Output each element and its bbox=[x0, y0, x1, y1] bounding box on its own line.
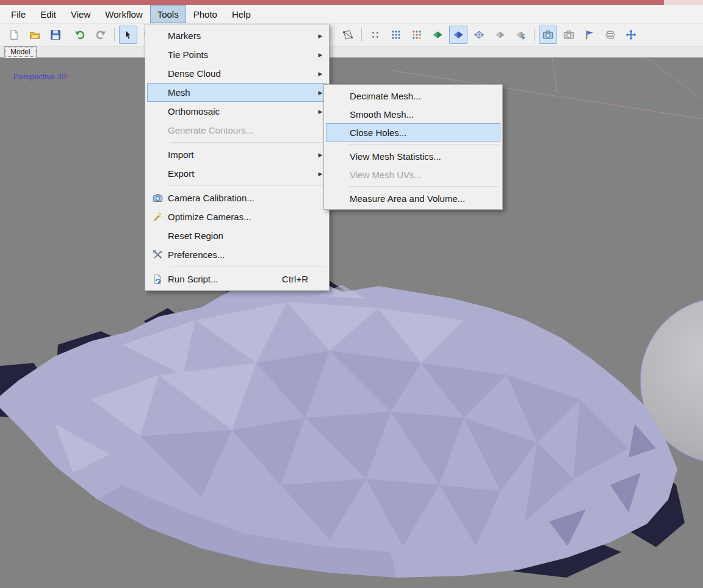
redo-icon bbox=[95, 29, 106, 40]
menu-item-preferences[interactable]: Preferences... bbox=[147, 245, 327, 264]
menubar-item-photo[interactable]: Photo bbox=[186, 5, 225, 23]
menu-item-label: Markers bbox=[168, 30, 314, 41]
resize-region-icon bbox=[342, 29, 353, 40]
save-project-button[interactable] bbox=[46, 26, 65, 44]
menu-item-tie-points[interactable]: Tie Points▶ bbox=[147, 45, 327, 64]
mesh-wireframe-button[interactable] bbox=[470, 26, 488, 44]
perspective-label: Perspective 30º bbox=[13, 72, 69, 81]
dense-cloud-classes-button[interactable] bbox=[408, 26, 426, 44]
menubar-item-edit[interactable]: Edit bbox=[33, 5, 63, 23]
menu-separator bbox=[170, 185, 326, 186]
show-markers-icon bbox=[584, 29, 595, 40]
show-markers-button[interactable] bbox=[580, 26, 599, 44]
menubar-label: Tools bbox=[157, 9, 179, 20]
camera-calibration-icon bbox=[148, 193, 168, 203]
open-folder-icon bbox=[29, 29, 40, 40]
menu-item-mesh[interactable]: Mesh▶ bbox=[147, 83, 327, 102]
menubar-label: View bbox=[71, 9, 90, 20]
menu-item-label: Generate Contours... bbox=[168, 125, 314, 135]
menu-item-optimize-cameras[interactable]: Optimize Cameras... bbox=[147, 207, 327, 226]
point-cloud-button[interactable] bbox=[366, 26, 384, 44]
menu-item-label: Decimate Mesh... bbox=[350, 91, 500, 101]
mesh-textured-button[interactable] bbox=[491, 26, 509, 44]
run-script-icon bbox=[148, 274, 168, 284]
menu-item-reset-region[interactable]: Reset Region bbox=[147, 226, 327, 245]
menu-item-label: Close Holes... bbox=[350, 127, 500, 138]
mesh-wireframe-icon bbox=[474, 29, 485, 40]
tiled-model-button[interactable] bbox=[511, 26, 530, 44]
redo-button[interactable] bbox=[92, 26, 110, 44]
undo-icon bbox=[74, 29, 85, 40]
menubar-label: File bbox=[11, 9, 26, 20]
mesh-solid-button[interactable] bbox=[449, 26, 467, 44]
navigation-tool-button[interactable] bbox=[119, 26, 137, 44]
menu-item-label: View Mesh Statistics... bbox=[350, 151, 500, 162]
menu-item-markers[interactable]: Markers▶ bbox=[147, 26, 327, 45]
navigation-cursor-icon bbox=[123, 29, 134, 40]
move-object-button[interactable] bbox=[622, 26, 640, 44]
tab-bar: Model bbox=[0, 46, 703, 58]
point-cloud-icon bbox=[370, 29, 381, 40]
menu-separator bbox=[348, 144, 499, 145]
menu-item-label: Orthomosaic bbox=[168, 106, 314, 117]
menubar-item-view[interactable]: View bbox=[63, 5, 98, 23]
dense-cloud-classes-icon bbox=[411, 29, 422, 40]
menu-separator bbox=[170, 267, 326, 267]
mesh-solid-icon bbox=[453, 29, 464, 40]
menu-item-shortcut: Ctrl+R bbox=[282, 274, 308, 284]
menu-item-measure-area-volume[interactable]: Measure Area and Volume... bbox=[326, 189, 500, 207]
menu-item-close-holes[interactable]: Close Holes... bbox=[326, 123, 500, 142]
menu-item-run-script[interactable]: Run Script...Ctrl+R bbox=[147, 270, 327, 289]
menubar-item-file[interactable]: File bbox=[4, 5, 33, 23]
menu-separator bbox=[170, 142, 326, 143]
show-shapes-button[interactable] bbox=[601, 26, 619, 44]
menu-item-label: Export bbox=[168, 168, 314, 179]
menu-item-label: Tie Points bbox=[168, 49, 314, 60]
menubar-item-workflow[interactable]: Workflow bbox=[98, 5, 150, 23]
menu-item-import[interactable]: Import▶ bbox=[147, 145, 327, 164]
menu-item-dense-cloud[interactable]: Dense Cloud▶ bbox=[147, 64, 327, 83]
menubar-item-help[interactable]: Help bbox=[225, 5, 258, 23]
undo-button[interactable] bbox=[71, 26, 89, 44]
menu-item-label: Optimize Cameras... bbox=[168, 212, 314, 222]
menu-item-smooth-mesh[interactable]: Smooth Mesh... bbox=[326, 105, 500, 123]
dense-cloud-button[interactable] bbox=[387, 26, 405, 44]
optimize-cameras-icon bbox=[148, 212, 168, 222]
show-cameras-button[interactable] bbox=[539, 26, 557, 44]
tiled-model-icon bbox=[515, 29, 526, 40]
mesh-shaded-button[interactable] bbox=[428, 26, 447, 44]
titlebar-fragment bbox=[664, 0, 703, 5]
menu-item-label: Import bbox=[168, 149, 314, 160]
menubar-item-tools[interactable]: Tools bbox=[150, 5, 186, 23]
menu-item-camera-calibration[interactable]: Camera Calibration... bbox=[147, 188, 327, 207]
mesh-submenu: Decimate Mesh... Smooth Mesh... Close Ho… bbox=[323, 84, 503, 210]
menu-item-label: Reset Region bbox=[168, 231, 314, 241]
menu-item-decimate-mesh[interactable]: Decimate Mesh... bbox=[326, 87, 500, 105]
menubar-label: Edit bbox=[40, 9, 56, 20]
menu-item-label: Run Script... bbox=[168, 274, 282, 284]
submenu-arrow-icon: ▶ bbox=[314, 71, 326, 77]
show-thumbnails-button[interactable] bbox=[560, 26, 578, 44]
open-project-button[interactable] bbox=[26, 26, 44, 44]
menu-item-view-mesh-uvs: View Mesh UVs... bbox=[326, 165, 500, 184]
titlebar-strip bbox=[0, 0, 703, 5]
tools-menu: Markers▶ Tie Points▶ Dense Cloud▶ Mesh▶ … bbox=[145, 24, 330, 291]
menubar-label: Photo bbox=[193, 9, 217, 20]
menu-item-label: Mesh bbox=[168, 87, 314, 98]
menu-separator bbox=[348, 186, 499, 187]
menu-item-label: Measure Area and Volume... bbox=[350, 193, 500, 204]
save-icon bbox=[50, 29, 61, 40]
new-document-button[interactable] bbox=[5, 26, 23, 44]
menu-item-view-mesh-statistics[interactable]: View Mesh Statistics... bbox=[326, 147, 500, 165]
resize-region-button[interactable] bbox=[339, 26, 357, 44]
menu-item-label: Dense Cloud bbox=[168, 68, 314, 79]
toolbar-separator bbox=[114, 28, 115, 41]
menu-item-export[interactable]: Export▶ bbox=[147, 164, 327, 183]
menu-item-label: Camera Calibration... bbox=[168, 193, 314, 203]
toolbar-separator bbox=[534, 28, 535, 41]
move-object-icon bbox=[625, 29, 636, 40]
tab-model[interactable]: Model bbox=[4, 46, 37, 58]
menu-item-orthomosaic[interactable]: Orthomosaic▶ bbox=[147, 102, 327, 121]
menubar: File Edit View Workflow Tools Photo Help bbox=[0, 5, 703, 24]
menu-item-label: View Mesh UVs... bbox=[350, 170, 500, 180]
